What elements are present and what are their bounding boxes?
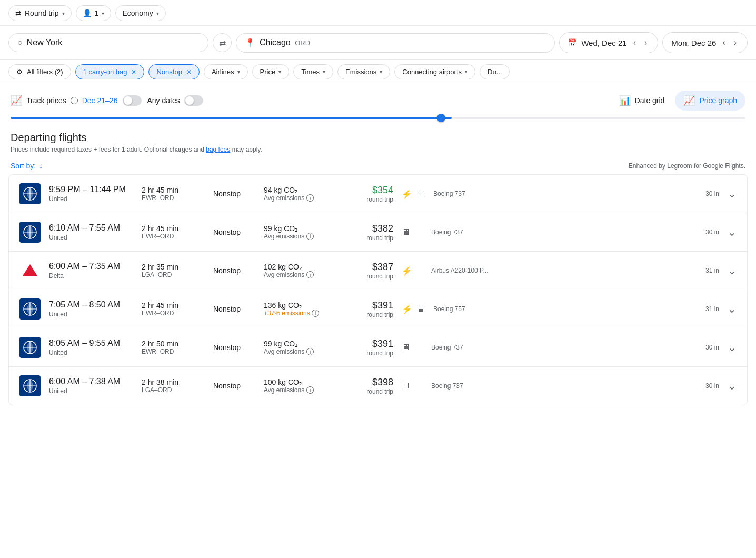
- flight-stop-type: Nonstop: [213, 343, 255, 352]
- track-right: 📊 Date grid 📈 Price graph: [611, 91, 745, 111]
- swap-button[interactable]: ⇄: [213, 33, 232, 52]
- united-logo-svg: [21, 184, 39, 203]
- expand-icon[interactable]: ⌄: [728, 303, 737, 315]
- return-date-text: Mon, Dec 26: [671, 38, 716, 47]
- class-button[interactable]: Economy ▾: [115, 5, 165, 21]
- flight-features: 🖥: [402, 227, 423, 237]
- price-slider[interactable]: [11, 117, 745, 119]
- class-label: Economy: [122, 9, 153, 17]
- track-prices-toggle[interactable]: [123, 95, 142, 106]
- expand-icon[interactable]: ⌄: [728, 264, 737, 277]
- flight-legroom: 31 in: [705, 267, 719, 274]
- price-value: $391: [341, 300, 393, 311]
- sort-icon: ↕: [39, 162, 43, 170]
- airline-logo: [19, 222, 41, 243]
- return-prev-button[interactable]: ‹: [720, 37, 727, 48]
- emissions-info-icon[interactable]: i: [306, 271, 314, 278]
- date-grid-label: Date grid: [635, 96, 665, 105]
- flight-time-range: 6:00 AM – 7:38 AM: [49, 377, 133, 386]
- filter-sliders-icon: ⚙: [16, 68, 23, 76]
- date-grid-icon: 📊: [619, 95, 631, 106]
- slider-thumb[interactable]: [437, 114, 445, 122]
- route-text: LGA–ORD: [142, 386, 205, 394]
- trip-type-button[interactable]: ⇄ Round trip ▾: [8, 5, 72, 21]
- all-filters-button[interactable]: ⚙ All filters (2): [8, 64, 71, 79]
- flight-price: $391 round trip: [341, 300, 393, 318]
- expand-icon[interactable]: ⌄: [728, 341, 737, 354]
- class-chevron: ▾: [156, 11, 159, 16]
- flight-emissions: 100 kg CO₂ Avg emissions i: [264, 378, 332, 394]
- bag-fees-link[interactable]: bag fees: [206, 146, 230, 153]
- price-filter-button[interactable]: Price ▾: [252, 64, 290, 79]
- passengers-icon: 👤: [83, 9, 92, 17]
- emissions-info-icon[interactable]: i: [306, 194, 314, 202]
- emissions-value: 99 kg CO₂: [264, 340, 332, 348]
- any-dates-label: Any dates: [147, 96, 180, 105]
- expand-icon[interactable]: ⌄: [728, 226, 737, 238]
- flight-legroom: 30 in: [705, 344, 719, 351]
- emissions-info-icon[interactable]: i: [312, 310, 319, 317]
- duration-text: 2 hr 38 min: [142, 378, 205, 386]
- power-icon: ⚡: [402, 304, 412, 314]
- track-prices-text: Track prices: [26, 96, 66, 105]
- emissions-value: 94 kg CO₂: [264, 186, 332, 194]
- flight-row[interactable]: 6:00 AM – 7:38 AM United 2 hr 38 min LGA…: [9, 367, 747, 405]
- emissions-info-icon[interactable]: i: [306, 386, 314, 394]
- track-prices-info-icon[interactable]: i: [71, 97, 78, 104]
- connecting-airports-filter-button[interactable]: Connecting airports ▾: [394, 64, 475, 79]
- depart-prev-button[interactable]: ‹: [631, 37, 638, 48]
- origin-text: New York: [27, 38, 63, 47]
- nonstop-close-icon[interactable]: ✕: [186, 68, 192, 76]
- calendar-icon: 📅: [568, 38, 577, 47]
- screen-icon: 🖥: [402, 381, 410, 391]
- flight-row[interactable]: 6:10 AM – 7:55 AM United 2 hr 45 min EWR…: [9, 213, 747, 252]
- airlines-filter-button[interactable]: Airlines ▾: [204, 64, 248, 79]
- flight-stop-type: Nonstop: [213, 228, 255, 236]
- flight-aircraft: Boeing 737: [431, 228, 697, 236]
- destination-field[interactable]: 📍 Chicago ORD: [236, 33, 555, 53]
- return-next-button[interactable]: ›: [732, 37, 739, 48]
- price-value: $398: [341, 377, 393, 388]
- price-chevron: ▾: [278, 69, 281, 75]
- depart-next-button[interactable]: ›: [642, 37, 649, 48]
- track-bar: 📈 Track prices i Dec 21–26 Any dates 📊 D…: [0, 84, 756, 117]
- carry-on-close-icon[interactable]: ✕: [131, 68, 136, 76]
- sort-button[interactable]: Sort by: ↕: [11, 162, 43, 170]
- passengers-button[interactable]: 👤 1 ▾: [76, 5, 112, 21]
- flight-row[interactable]: 9:59 PM – 11:44 PM United 2 hr 45 min EW…: [9, 175, 747, 213]
- expand-icon[interactable]: ⌄: [728, 380, 737, 392]
- route-text: EWR–ORD: [142, 194, 205, 202]
- screen-icon: 🖥: [416, 304, 425, 314]
- destination-icon: 📍: [245, 38, 255, 48]
- flight-row[interactable]: 8:05 AM – 9:55 AM United 2 hr 50 min EWR…: [9, 328, 747, 367]
- emissions-filter-button[interactable]: Emissions ▾: [337, 64, 390, 79]
- flight-emissions: 102 kg CO₂ Avg emissions i: [264, 263, 332, 278]
- flight-aircraft: Airbus A220-100 P...: [431, 267, 697, 274]
- emissions-info-icon[interactable]: i: [306, 348, 314, 355]
- return-date-field[interactable]: Mon, Dec 26 ‹ ›: [662, 32, 748, 53]
- nonstop-filter-button[interactable]: Nonstop ✕: [148, 64, 199, 79]
- swap-arrows-icon: ⇄: [219, 38, 226, 48]
- origin-field[interactable]: ○ New York: [8, 33, 208, 52]
- flight-times: 9:59 PM – 11:44 PM United: [49, 185, 133, 203]
- flight-times: 6:00 AM – 7:35 AM Delta: [49, 262, 133, 280]
- price-graph-icon: 📈: [683, 95, 695, 106]
- airlines-chevron: ▾: [237, 69, 240, 75]
- carry-on-filter-button[interactable]: 1 carry-on bag ✕: [75, 64, 145, 79]
- airline-logo: [19, 375, 41, 396]
- price-sub-label: round trip: [341, 388, 393, 395]
- price-value: $354: [341, 185, 393, 196]
- price-graph-button[interactable]: 📈 Price graph: [675, 91, 745, 111]
- emissions-info-icon[interactable]: i: [306, 233, 314, 240]
- search-bar: ○ New York ⇄ 📍 Chicago ORD 📅 Wed, Dec 21…: [0, 26, 756, 60]
- flight-price: $354 round trip: [341, 185, 393, 203]
- duration-filter-button[interactable]: Du...: [480, 64, 510, 79]
- depart-date-field[interactable]: 📅 Wed, Dec 21 ‹ ›: [559, 32, 658, 53]
- flight-row[interactable]: 6:00 AM – 7:35 AM Delta 2 hr 35 min LGA–…: [9, 252, 747, 290]
- flight-row[interactable]: 7:05 AM – 8:50 AM United 2 hr 45 min EWR…: [9, 290, 747, 328]
- expand-icon[interactable]: ⌄: [728, 187, 737, 200]
- any-dates-toggle[interactable]: [184, 95, 203, 106]
- flight-stop-type: Nonstop: [213, 382, 255, 390]
- times-filter-button[interactable]: Times ▾: [293, 64, 333, 79]
- date-grid-button[interactable]: 📊 Date grid: [611, 91, 673, 111]
